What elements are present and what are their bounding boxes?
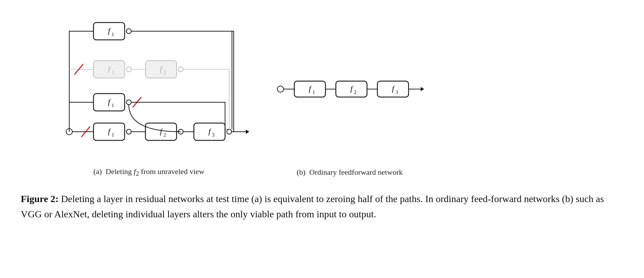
svg-marker-58: [421, 87, 424, 91]
svg-text:1: 1: [313, 90, 315, 95]
svg-point-6: [126, 129, 131, 134]
figure-label: Figure 2:: [21, 193, 59, 204]
svg-point-16: [227, 129, 232, 134]
svg-point-22: [126, 100, 131, 105]
svg-text:1: 1: [112, 70, 114, 75]
figure-a: f 1 f 2 f 3: [48, 14, 249, 177]
svg-text:3: 3: [212, 132, 215, 138]
svg-point-42: [178, 67, 183, 72]
svg-point-37: [126, 67, 131, 72]
svg-text:1: 1: [112, 32, 114, 37]
figures-row: f 1 f 2 f 3: [21, 14, 623, 177]
figure-b: f 1 f 2 f 3 (b) Ordinary feedfor: [270, 15, 429, 177]
svg-text:1: 1: [112, 103, 114, 108]
figure-b-svg: f 1 f 2 f 3: [270, 15, 429, 164]
figure-a-caption: (a) Deleting f2 from unraveled view: [93, 167, 205, 177]
svg-marker-18: [246, 130, 249, 134]
svg-point-31: [126, 29, 131, 34]
main-container: f 1 f 2 f 3: [21, 14, 623, 221]
figure-a-svg: f 1 f 2 f 3: [48, 14, 249, 163]
svg-text:2: 2: [164, 132, 166, 138]
svg-text:1: 1: [112, 132, 114, 138]
svg-text:2: 2: [164, 70, 166, 75]
svg-text:3: 3: [396, 90, 398, 95]
figure-content: Deleting a layer in residual networks at…: [21, 193, 604, 219]
svg-text:2: 2: [354, 90, 357, 95]
figure-caption-text: Figure 2: Deleting a layer in residual n…: [21, 191, 609, 221]
svg-point-44: [277, 86, 284, 92]
figure-b-caption: (b) Ordinary feedforward network: [297, 168, 403, 177]
